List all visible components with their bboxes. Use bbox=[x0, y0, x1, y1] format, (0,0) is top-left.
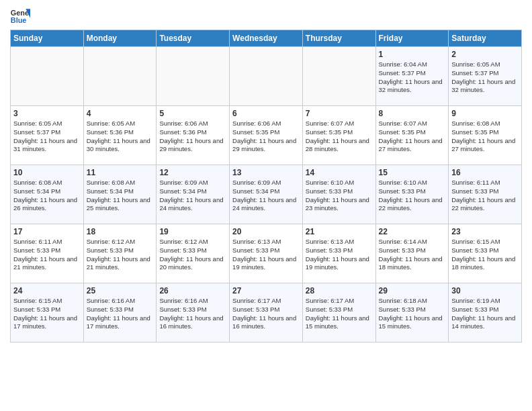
calendar-cell: 21Sunrise: 6:13 AM Sunset: 5:33 PM Dayli… bbox=[302, 224, 375, 283]
day-number: 19 bbox=[159, 227, 226, 236]
calendar-header-row: SundayMondayTuesdayWednesdayThursdayFrid… bbox=[11, 30, 522, 47]
calendar-table: SundayMondayTuesdayWednesdayThursdayFrid… bbox=[10, 30, 522, 342]
day-info: Sunrise: 6:17 AM Sunset: 5:33 PM Dayligh… bbox=[232, 297, 300, 331]
calendar-cell: 8Sunrise: 6:07 AM Sunset: 5:35 PM Daylig… bbox=[375, 106, 449, 165]
day-info: Sunrise: 6:09 AM Sunset: 5:34 PM Dayligh… bbox=[159, 179, 226, 213]
day-number: 15 bbox=[379, 168, 446, 177]
day-info: Sunrise: 6:08 AM Sunset: 5:34 PM Dayligh… bbox=[13, 179, 81, 213]
calendar-cell: 18Sunrise: 6:12 AM Sunset: 5:33 PM Dayli… bbox=[83, 224, 157, 283]
calendar-cell: 16Sunrise: 6:11 AM Sunset: 5:33 PM Dayli… bbox=[449, 165, 522, 224]
day-number: 11 bbox=[87, 168, 154, 177]
calendar-cell: 29Sunrise: 6:18 AM Sunset: 5:33 PM Dayli… bbox=[375, 283, 449, 342]
day-info: Sunrise: 6:07 AM Sunset: 5:35 PM Dayligh… bbox=[306, 120, 373, 154]
day-info: Sunrise: 6:18 AM Sunset: 5:33 PM Dayligh… bbox=[379, 297, 446, 331]
calendar-cell: 24Sunrise: 6:15 AM Sunset: 5:33 PM Dayli… bbox=[11, 283, 84, 342]
day-number: 14 bbox=[306, 168, 373, 177]
calendar-cell: 22Sunrise: 6:14 AM Sunset: 5:33 PM Dayli… bbox=[375, 224, 449, 283]
day-number: 13 bbox=[232, 168, 300, 177]
day-number: 24 bbox=[13, 286, 81, 295]
day-info: Sunrise: 6:19 AM Sunset: 5:33 PM Dayligh… bbox=[451, 297, 519, 331]
calendar-cell: 14Sunrise: 6:10 AM Sunset: 5:33 PM Dayli… bbox=[302, 165, 375, 224]
day-number: 21 bbox=[306, 227, 373, 236]
calendar-cell bbox=[230, 47, 303, 106]
day-number: 4 bbox=[87, 109, 154, 118]
day-number: 20 bbox=[232, 227, 300, 236]
calendar-cell: 7Sunrise: 6:07 AM Sunset: 5:35 PM Daylig… bbox=[302, 106, 375, 165]
calendar-cell: 1Sunrise: 6:04 AM Sunset: 5:37 PM Daylig… bbox=[375, 47, 449, 106]
day-info: Sunrise: 6:11 AM Sunset: 5:33 PM Dayligh… bbox=[13, 238, 81, 272]
calendar-cell: 3Sunrise: 6:05 AM Sunset: 5:37 PM Daylig… bbox=[11, 106, 84, 165]
calendar-cell: 9Sunrise: 6:08 AM Sunset: 5:35 PM Daylig… bbox=[449, 106, 522, 165]
day-number: 29 bbox=[379, 286, 446, 295]
day-info: Sunrise: 6:06 AM Sunset: 5:36 PM Dayligh… bbox=[159, 120, 226, 154]
day-info: Sunrise: 6:17 AM Sunset: 5:33 PM Dayligh… bbox=[306, 297, 373, 331]
day-number: 17 bbox=[13, 227, 81, 236]
day-number: 9 bbox=[451, 109, 519, 118]
calendar-cell: 5Sunrise: 6:06 AM Sunset: 5:36 PM Daylig… bbox=[157, 106, 230, 165]
day-info: Sunrise: 6:12 AM Sunset: 5:33 PM Dayligh… bbox=[159, 238, 226, 272]
day-info: Sunrise: 6:08 AM Sunset: 5:35 PM Dayligh… bbox=[451, 120, 519, 154]
day-number: 8 bbox=[379, 109, 446, 118]
page-header: General Blue bbox=[10, 7, 522, 27]
calendar-cell: 15Sunrise: 6:10 AM Sunset: 5:33 PM Dayli… bbox=[375, 165, 449, 224]
day-number: 30 bbox=[451, 286, 519, 295]
calendar-cell: 2Sunrise: 6:05 AM Sunset: 5:37 PM Daylig… bbox=[449, 47, 522, 106]
calendar-cell: 6Sunrise: 6:06 AM Sunset: 5:35 PM Daylig… bbox=[230, 106, 303, 165]
logo: General Blue bbox=[10, 7, 30, 27]
calendar-cell: 30Sunrise: 6:19 AM Sunset: 5:33 PM Dayli… bbox=[449, 283, 522, 342]
calendar-cell: 27Sunrise: 6:17 AM Sunset: 5:33 PM Dayli… bbox=[230, 283, 303, 342]
day-info: Sunrise: 6:16 AM Sunset: 5:33 PM Dayligh… bbox=[87, 297, 154, 331]
header-saturday: Saturday bbox=[449, 30, 522, 47]
day-number: 23 bbox=[451, 227, 519, 236]
calendar-cell: 4Sunrise: 6:05 AM Sunset: 5:36 PM Daylig… bbox=[83, 106, 157, 165]
day-info: Sunrise: 6:15 AM Sunset: 5:33 PM Dayligh… bbox=[451, 238, 519, 272]
day-info: Sunrise: 6:13 AM Sunset: 5:33 PM Dayligh… bbox=[306, 238, 373, 272]
day-number: 27 bbox=[232, 286, 300, 295]
calendar-cell bbox=[302, 47, 375, 106]
calendar-cell: 26Sunrise: 6:16 AM Sunset: 5:33 PM Dayli… bbox=[157, 283, 230, 342]
day-info: Sunrise: 6:13 AM Sunset: 5:33 PM Dayligh… bbox=[232, 238, 300, 272]
day-info: Sunrise: 6:16 AM Sunset: 5:33 PM Dayligh… bbox=[159, 297, 226, 331]
header-monday: Monday bbox=[83, 30, 157, 47]
header-sunday: Sunday bbox=[11, 30, 84, 47]
day-info: Sunrise: 6:07 AM Sunset: 5:35 PM Dayligh… bbox=[379, 120, 446, 154]
day-info: Sunrise: 6:15 AM Sunset: 5:33 PM Dayligh… bbox=[13, 297, 81, 331]
calendar-cell: 11Sunrise: 6:08 AM Sunset: 5:34 PM Dayli… bbox=[83, 165, 157, 224]
day-number: 3 bbox=[13, 109, 81, 118]
svg-text:Blue: Blue bbox=[11, 16, 26, 24]
day-number: 10 bbox=[13, 168, 81, 177]
calendar-cell: 12Sunrise: 6:09 AM Sunset: 5:34 PM Dayli… bbox=[157, 165, 230, 224]
day-info: Sunrise: 6:12 AM Sunset: 5:33 PM Dayligh… bbox=[87, 238, 154, 272]
logo-icon: General Blue bbox=[10, 7, 30, 27]
header-tuesday: Tuesday bbox=[157, 30, 230, 47]
calendar-cell: 17Sunrise: 6:11 AM Sunset: 5:33 PM Dayli… bbox=[11, 224, 84, 283]
day-info: Sunrise: 6:10 AM Sunset: 5:33 PM Dayligh… bbox=[379, 179, 446, 213]
day-number: 16 bbox=[451, 168, 519, 177]
calendar-cell: 13Sunrise: 6:09 AM Sunset: 5:34 PM Dayli… bbox=[230, 165, 303, 224]
day-info: Sunrise: 6:09 AM Sunset: 5:34 PM Dayligh… bbox=[232, 179, 300, 213]
day-number: 5 bbox=[159, 109, 226, 118]
calendar-week-2: 3Sunrise: 6:05 AM Sunset: 5:37 PM Daylig… bbox=[11, 106, 522, 165]
calendar-cell: 19Sunrise: 6:12 AM Sunset: 5:33 PM Dayli… bbox=[157, 224, 230, 283]
day-number: 18 bbox=[87, 227, 154, 236]
day-info: Sunrise: 6:10 AM Sunset: 5:33 PM Dayligh… bbox=[306, 179, 373, 213]
day-number: 6 bbox=[232, 109, 300, 118]
calendar-week-5: 24Sunrise: 6:15 AM Sunset: 5:33 PM Dayli… bbox=[11, 283, 522, 342]
header-friday: Friday bbox=[375, 30, 449, 47]
calendar-cell: 23Sunrise: 6:15 AM Sunset: 5:33 PM Dayli… bbox=[449, 224, 522, 283]
day-number: 1 bbox=[379, 50, 446, 59]
calendar-cell bbox=[157, 47, 230, 106]
header-wednesday: Wednesday bbox=[230, 30, 303, 47]
calendar-cell: 25Sunrise: 6:16 AM Sunset: 5:33 PM Dayli… bbox=[83, 283, 157, 342]
calendar-cell bbox=[11, 47, 84, 106]
day-number: 22 bbox=[379, 227, 446, 236]
day-info: Sunrise: 6:06 AM Sunset: 5:35 PM Dayligh… bbox=[232, 120, 300, 154]
day-info: Sunrise: 6:05 AM Sunset: 5:37 PM Dayligh… bbox=[451, 60, 519, 95]
day-info: Sunrise: 6:08 AM Sunset: 5:34 PM Dayligh… bbox=[87, 179, 154, 213]
calendar-week-3: 10Sunrise: 6:08 AM Sunset: 5:34 PM Dayli… bbox=[11, 165, 522, 224]
calendar-cell: 10Sunrise: 6:08 AM Sunset: 5:34 PM Dayli… bbox=[11, 165, 84, 224]
day-info: Sunrise: 6:11 AM Sunset: 5:33 PM Dayligh… bbox=[451, 179, 519, 213]
day-number: 12 bbox=[159, 168, 226, 177]
header-thursday: Thursday bbox=[302, 30, 375, 47]
day-info: Sunrise: 6:05 AM Sunset: 5:37 PM Dayligh… bbox=[13, 120, 81, 154]
